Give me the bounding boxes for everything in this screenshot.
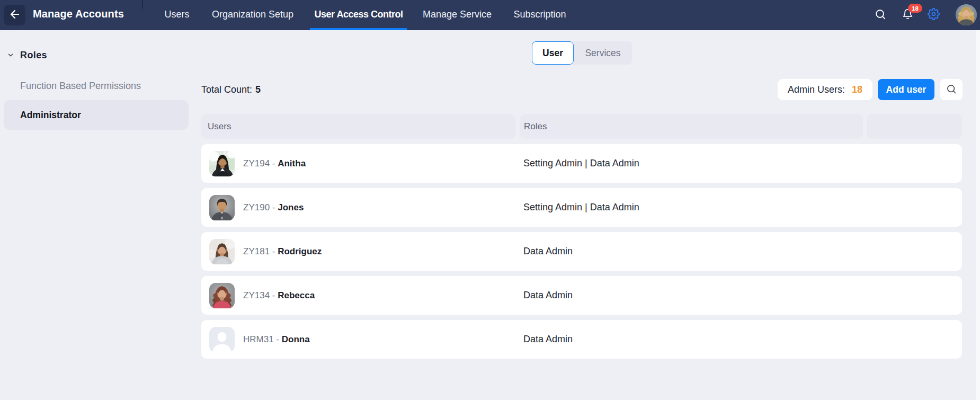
user-id: HRM31 -	[243, 334, 282, 345]
nav-item-users[interactable]: Users	[159, 0, 194, 29]
toggle-option-user[interactable]: User	[532, 41, 574, 65]
add-user-button[interactable]: Add user	[878, 79, 934, 100]
column-header-users: Users	[201, 114, 515, 139]
nav-item-subscription[interactable]: Subscription	[508, 0, 571, 29]
arrow-left-icon	[8, 8, 21, 22]
scrollbar-track[interactable]	[976, 30, 980, 400]
user-name: Rodriguez	[278, 246, 322, 257]
nav-item-manage-service[interactable]: Manage Service	[417, 0, 497, 29]
view-toggle: User Services	[532, 41, 632, 65]
column-header-roles: Roles	[520, 114, 863, 139]
user-roles: Data Admin	[523, 232, 573, 271]
user-name: Anitha	[278, 158, 306, 169]
top-navbar: Manage Accounts UsersOrganization SetupU…	[0, 0, 980, 30]
back-button[interactable]	[4, 5, 25, 25]
user-name: Donna	[282, 334, 310, 345]
user-name: Rebecca	[278, 290, 315, 301]
admin-users-label: Admin Users:	[788, 84, 845, 95]
user-photo	[209, 327, 235, 352]
sidebar-item-label: Administrator	[20, 110, 81, 121]
notification-badge: 18	[908, 4, 922, 13]
settings-button[interactable]	[922, 4, 945, 26]
user-id: ZY134 -	[243, 290, 278, 301]
search-icon	[875, 8, 886, 22]
user-id: ZY194 -	[243, 158, 278, 169]
user-photo	[209, 151, 235, 176]
user-roles: Setting Admin | Data Admin	[523, 188, 639, 227]
user-photo	[209, 195, 235, 220]
gear-icon	[928, 8, 940, 22]
user-label: ZY134 - Rebecca	[243, 276, 315, 315]
user-label: ZY194 - Anitha	[243, 144, 306, 183]
admin-users-count: 18	[852, 84, 862, 95]
active-tab-underline	[310, 28, 407, 30]
user-label: ZY181 - Rodriguez	[243, 232, 322, 271]
nav-item-user-access-control[interactable]: User Access Control	[309, 0, 408, 29]
user-photo	[209, 283, 235, 308]
sidebar-item-administrator[interactable]: Administrator	[4, 100, 189, 130]
page-title: Manage Accounts	[33, 0, 124, 28]
user-photo	[209, 239, 235, 264]
user-id: ZY190 -	[243, 202, 278, 213]
table-row[interactable]: ZY181 - Rodriguez Data Admin	[201, 232, 962, 271]
sidebar-section-label: Roles	[20, 50, 47, 61]
total-count-value: 5	[255, 84, 261, 95]
table-row[interactable]: ZY134 - Rebecca Data Admin	[201, 276, 962, 315]
user-avatar[interactable]	[956, 4, 977, 25]
chevron-down-icon	[7, 51, 14, 61]
admin-users-pill: Admin Users: 18	[778, 79, 872, 100]
search-icon	[946, 84, 957, 96]
user-roles: Data Admin	[523, 320, 573, 359]
nav-item-organization-setup[interactable]: Organization Setup	[207, 0, 299, 29]
table-row[interactable]: HRM31 - Donna Data Admin	[201, 320, 962, 359]
total-count-label: Total Count:	[201, 84, 252, 95]
sidebar-item-function-based-permissions[interactable]: Function Based Permissions	[4, 71, 189, 101]
user-roles: Setting Admin | Data Admin	[523, 144, 639, 183]
user-label: ZY190 - Jones	[243, 188, 304, 227]
navbar-divider	[142, 0, 143, 11]
user-name: Jones	[278, 202, 304, 213]
table-row[interactable]: ZY190 - Jones Setting Admin | Data Admin	[201, 188, 962, 227]
user-id: ZY181 -	[243, 246, 278, 257]
sidebar-item-label: Function Based Permissions	[20, 81, 141, 92]
search-button[interactable]	[869, 4, 892, 26]
total-count: Total Count: 5	[201, 84, 261, 95]
column-header-actions	[867, 114, 962, 139]
toggle-option-services[interactable]: Services	[574, 41, 632, 65]
user-label: HRM31 - Donna	[243, 320, 310, 359]
table-search-button[interactable]	[940, 79, 963, 100]
table-row[interactable]: ZY194 - Anitha Setting Admin | Data Admi…	[201, 144, 962, 183]
user-roles: Data Admin	[523, 276, 573, 315]
sidebar-section-roles[interactable]: Roles	[0, 47, 191, 64]
app: Manage Accounts UsersOrganization SetupU…	[0, 0, 980, 400]
